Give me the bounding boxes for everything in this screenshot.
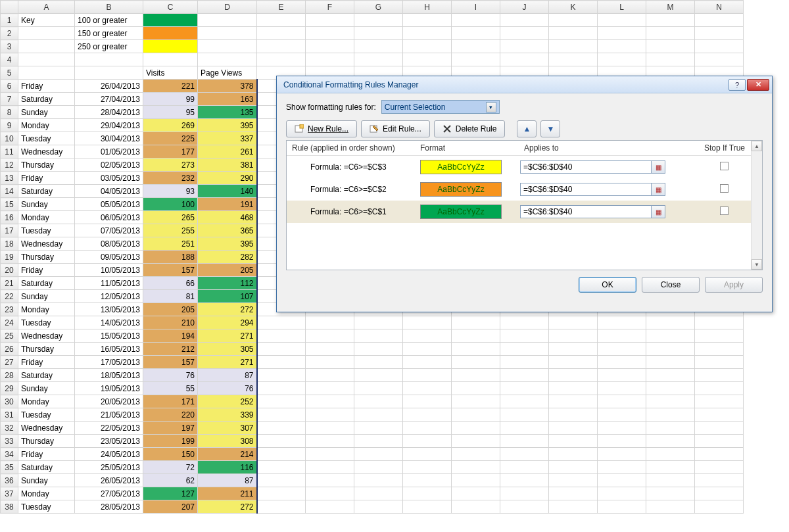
date-cell[interactable]: 22/05/2013 <box>75 422 143 435</box>
cell[interactable] <box>549 382 598 395</box>
cell[interactable] <box>452 40 500 53</box>
cell[interactable] <box>695 448 744 461</box>
cell[interactable] <box>452 14 500 27</box>
row-header[interactable]: 7 <box>1 93 18 106</box>
cell[interactable] <box>354 422 403 435</box>
visits-cell[interactable]: 99 <box>143 93 198 106</box>
cell[interactable] <box>452 474 500 487</box>
cell[interactable] <box>646 395 695 408</box>
rules-scrollbar[interactable]: ▲ ▼ <box>751 141 762 270</box>
pageviews-cell[interactable]: 282 <box>198 251 257 264</box>
delete-rule-button[interactable]: Delete Rule <box>434 120 506 137</box>
cell[interactable] <box>198 14 257 27</box>
ok-button[interactable]: OK <box>579 277 636 293</box>
cell[interactable] <box>549 408 598 422</box>
legend-label[interactable]: 250 or greater <box>75 40 143 53</box>
day-cell[interactable]: Tuesday <box>18 316 75 329</box>
pageviews-cell[interactable]: 468 <box>198 211 257 224</box>
scroll-down-icon[interactable]: ▼ <box>752 259 762 270</box>
visits-cell[interactable]: 210 <box>143 316 198 329</box>
cell[interactable] <box>598 395 646 408</box>
cell[interactable] <box>75 53 143 66</box>
cell[interactable] <box>500 422 549 435</box>
pageviews-cell[interactable]: 378 <box>198 80 257 93</box>
cell[interactable] <box>549 474 598 487</box>
cell[interactable] <box>452 343 500 356</box>
cell[interactable] <box>549 14 598 27</box>
cell[interactable] <box>549 343 598 356</box>
cell[interactable] <box>354 435 403 448</box>
visits-cell[interactable]: 207 <box>143 500 198 514</box>
help-button[interactable]: ? <box>729 79 746 91</box>
date-cell[interactable]: 18/05/2013 <box>75 369 143 382</box>
date-cell[interactable]: 21/05/2013 <box>75 408 143 422</box>
cell[interactable] <box>257 435 306 448</box>
cell[interactable] <box>198 40 257 53</box>
cell[interactable] <box>695 329 744 343</box>
cell[interactable] <box>646 356 695 369</box>
cell[interactable] <box>500 27 549 40</box>
date-cell[interactable]: 26/04/2013 <box>75 80 143 93</box>
cell[interactable] <box>598 422 646 435</box>
day-cell[interactable]: Monday <box>18 211 75 224</box>
cell[interactable] <box>646 343 695 356</box>
cell[interactable] <box>403 329 452 343</box>
row-header[interactable]: 38 <box>1 500 18 514</box>
visits-cell[interactable]: 81 <box>143 290 198 303</box>
cell[interactable] <box>143 53 198 66</box>
cell[interactable] <box>549 40 598 53</box>
col-header-A[interactable]: A <box>18 1 75 14</box>
header-visits[interactable]: Visits <box>143 66 198 80</box>
rule-row[interactable]: Formula: =C6>=$C$2AaBbCcYyZz▦ <box>287 178 762 201</box>
cell[interactable] <box>306 408 354 422</box>
chevron-down-icon[interactable]: ▾ <box>486 102 496 112</box>
cell[interactable] <box>354 53 403 66</box>
visits-cell[interactable]: 269 <box>143 119 198 132</box>
cell[interactable] <box>306 27 354 40</box>
day-cell[interactable]: Monday <box>18 395 75 408</box>
cell[interactable] <box>646 369 695 382</box>
cell[interactable] <box>257 422 306 435</box>
date-cell[interactable]: 11/05/2013 <box>75 277 143 290</box>
cell[interactable] <box>452 382 500 395</box>
cell[interactable] <box>403 422 452 435</box>
cell[interactable] <box>452 53 500 66</box>
visits-cell[interactable]: 205 <box>143 303 198 316</box>
visits-cell[interactable]: 72 <box>143 461 198 474</box>
cell[interactable] <box>598 27 646 40</box>
cell[interactable] <box>306 316 354 329</box>
cell[interactable] <box>695 382 744 395</box>
cell[interactable] <box>306 40 354 53</box>
row-header[interactable]: 27 <box>1 356 18 369</box>
visits-cell[interactable]: 150 <box>143 448 198 461</box>
pageviews-cell[interactable]: 271 <box>198 356 257 369</box>
cell[interactable] <box>598 474 646 487</box>
cell[interactable] <box>354 329 403 343</box>
cell[interactable] <box>598 356 646 369</box>
cell[interactable] <box>598 487 646 500</box>
pageviews-cell[interactable]: 191 <box>198 198 257 211</box>
row-header[interactable]: 23 <box>1 303 18 316</box>
legend-swatch[interactable] <box>143 14 198 27</box>
cell[interactable] <box>452 435 500 448</box>
cell[interactable] <box>403 487 452 500</box>
cell[interactable] <box>549 369 598 382</box>
apply-button[interactable]: Apply <box>705 277 763 293</box>
date-cell[interactable]: 16/05/2013 <box>75 343 143 356</box>
cell[interactable] <box>646 40 695 53</box>
day-cell[interactable]: Saturday <box>18 369 75 382</box>
cell[interactable] <box>598 316 646 329</box>
pageviews-cell[interactable]: 205 <box>198 264 257 277</box>
visits-cell[interactable]: 76 <box>143 369 198 382</box>
rule-row[interactable]: Formula: =C6>=$C$1AaBbCcYyZz▦ <box>287 201 762 223</box>
cell[interactable] <box>354 408 403 422</box>
rule-row[interactable]: Formula: =C6>=$C$3AaBbCcYyZz▦ <box>287 156 762 178</box>
stop-if-true-checkbox[interactable] <box>720 162 729 170</box>
visits-cell[interactable]: 265 <box>143 211 198 224</box>
dialog-titlebar[interactable]: Conditional Formatting Rules Manager ? ✕ <box>277 76 772 93</box>
cell[interactable] <box>598 343 646 356</box>
date-cell[interactable]: 28/05/2013 <box>75 500 143 514</box>
cell[interactable] <box>257 316 306 329</box>
row-header[interactable]: 32 <box>1 422 18 435</box>
date-cell[interactable]: 09/05/2013 <box>75 251 143 264</box>
